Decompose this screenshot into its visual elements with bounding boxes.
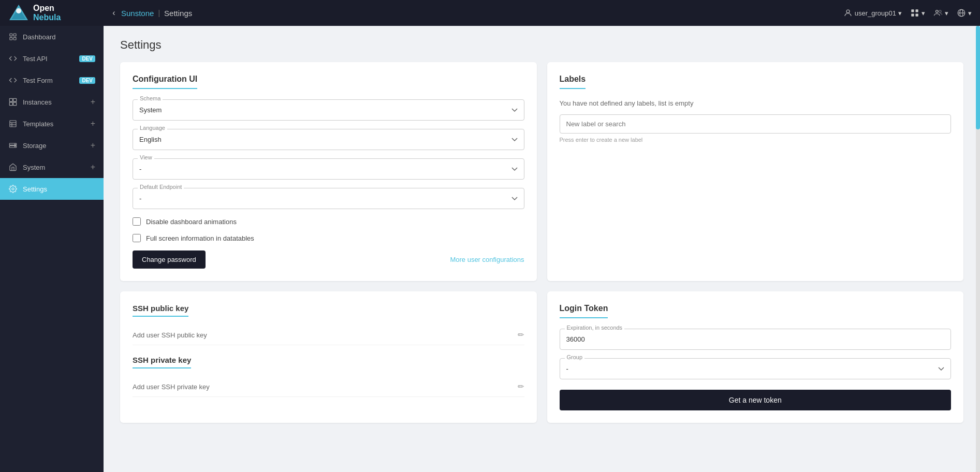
sidebar-label-templates: Templates	[23, 120, 85, 128]
language-select[interactable]: English Spanish French German	[133, 129, 524, 150]
labels-card: Labels You have not defined any labels, …	[547, 62, 964, 281]
users-menu[interactable]: ▾	[933, 8, 948, 18]
ssh-card: SSH public key Add user SSH public key ✏…	[120, 291, 537, 423]
top-cards-row: Configuration UI Schema System Dark Ligh…	[120, 62, 963, 281]
labels-hint: Press enter to create a new label	[560, 137, 952, 143]
ssh-public-section: SSH public key Add user SSH public key ✏	[133, 304, 524, 345]
ssh-public-placeholder: Add user SSH public key	[133, 331, 518, 339]
endpoint-select[interactable]: -	[133, 188, 524, 209]
sidebar-item-templates[interactable]: Templates +	[0, 113, 104, 135]
instances-icon	[8, 97, 18, 107]
sidebar-item-settings[interactable]: Settings	[0, 178, 104, 200]
users-icon	[933, 8, 943, 18]
instances-plus[interactable]: +	[91, 97, 95, 107]
disable-animations-checkbox[interactable]	[133, 217, 141, 226]
svg-rect-15	[10, 37, 12, 40]
user-chevron: ▾	[898, 9, 902, 17]
svg-rect-5	[916, 9, 918, 12]
scrollbar-track	[976, 26, 980, 472]
config-actions: Change password More user configurations	[133, 250, 524, 269]
svg-rect-4	[911, 9, 914, 12]
disable-animations-label[interactable]: Disable dashboard animations	[146, 218, 237, 226]
sidebar-label-dashboard: Dashboard	[23, 33, 95, 41]
schema-field: Schema System Dark Light	[133, 99, 524, 121]
test-form-badge: DEV	[79, 77, 95, 84]
schema-select[interactable]: System Dark Light	[133, 99, 524, 121]
sidebar-item-dashboard[interactable]: Dashboard	[0, 26, 104, 48]
labels-input[interactable]	[560, 114, 952, 134]
apps-menu[interactable]: ▾	[910, 8, 925, 18]
sidebar-item-test-form[interactable]: Test Form DEV	[0, 69, 104, 91]
config-ui-title: Configuration UI	[133, 75, 197, 89]
labels-title: Labels	[560, 75, 586, 89]
svg-rect-20	[13, 102, 17, 106]
disable-animations-row: Disable dashboard animations	[133, 217, 524, 226]
test-form-icon	[8, 76, 18, 85]
endpoint-field: Default Endpoint -	[133, 188, 524, 209]
sidebar-item-test-api[interactable]: Test API DEV	[0, 48, 104, 69]
ssh-private-title: SSH private key	[133, 356, 191, 368]
templates-icon	[8, 119, 18, 128]
schema-label: Schema	[138, 95, 163, 101]
topbar-page: Settings	[164, 9, 192, 18]
svg-point-27	[14, 144, 15, 144]
svg-rect-7	[916, 14, 918, 17]
svg-point-9	[939, 10, 942, 13]
expiration-input[interactable]	[560, 329, 952, 350]
svg-rect-17	[9, 98, 12, 101]
more-config-link[interactable]: More user configurations	[450, 256, 524, 263]
topbar-separator: |	[158, 9, 160, 17]
templates-plus[interactable]: +	[91, 119, 95, 128]
settings-icon	[8, 184, 18, 194]
svg-rect-16	[13, 37, 16, 40]
storage-plus[interactable]: +	[91, 141, 95, 150]
sidebar-item-storage[interactable]: Storage +	[0, 135, 104, 156]
svg-point-28	[14, 146, 15, 147]
system-plus[interactable]: +	[91, 163, 95, 172]
change-password-button[interactable]: Change password	[133, 250, 206, 269]
sidebar: Dashboard Test API DEV Test Form DEV Ins…	[0, 26, 104, 472]
topbar-right: user_group01 ▾ ▾ ▾ ▾	[843, 8, 972, 18]
sidebar-collapse-button[interactable]: ‹	[107, 6, 121, 20]
language-field: Language English Spanish French German	[133, 129, 524, 150]
globe-chevron: ▾	[968, 9, 972, 17]
expiration-label: Expiration, in seconds	[565, 325, 625, 331]
logo: Open Nebula	[8, 4, 107, 22]
sidebar-label-storage: Storage	[23, 142, 85, 150]
group-label: Group	[565, 354, 585, 360]
ssh-private-row: Add user SSH private key ✏	[133, 377, 524, 397]
ssh-public-edit-icon[interactable]: ✏	[518, 330, 524, 340]
fullscreen-checkbox[interactable]	[133, 234, 141, 242]
user-menu[interactable]: user_group01 ▾	[843, 8, 902, 18]
svg-rect-14	[13, 34, 16, 36]
dashboard-icon	[8, 32, 18, 41]
scrollbar-thumb	[976, 26, 980, 129]
group-field: Group -	[560, 358, 952, 379]
users-chevron: ▾	[945, 9, 948, 17]
svg-rect-13	[10, 34, 12, 36]
topbar-product: Sunstone	[121, 9, 154, 18]
ssh-private-placeholder: Add user SSH private key	[133, 383, 518, 391]
ssh-private-edit-icon[interactable]: ✏	[518, 382, 524, 391]
test-api-icon	[8, 54, 18, 63]
logo-nebula: Nebula	[33, 13, 61, 22]
fullscreen-label[interactable]: Full screen information in datatables	[146, 234, 254, 242]
language-label: Language	[138, 125, 167, 131]
system-icon	[8, 163, 18, 172]
login-token-card: Login Token Expiration, in seconds Group…	[547, 291, 964, 423]
sidebar-item-system[interactable]: System +	[0, 156, 104, 178]
apps-chevron: ▾	[922, 9, 925, 17]
view-select[interactable]: -	[133, 158, 524, 180]
get-token-button[interactable]: Get a new token	[560, 390, 952, 410]
globe-menu[interactable]: ▾	[957, 8, 972, 18]
group-select[interactable]: -	[560, 358, 952, 379]
svg-rect-21	[10, 121, 16, 127]
topbar: Open Nebula ‹ Sunstone | Settings user_g…	[0, 0, 980, 26]
svg-point-29	[12, 188, 14, 190]
sidebar-item-instances[interactable]: Instances +	[0, 91, 104, 113]
username: user_group01	[855, 9, 896, 17]
svg-point-3	[846, 10, 850, 13]
sidebar-label-settings: Settings	[23, 185, 95, 193]
svg-rect-18	[13, 98, 17, 101]
view-field: View -	[133, 158, 524, 180]
